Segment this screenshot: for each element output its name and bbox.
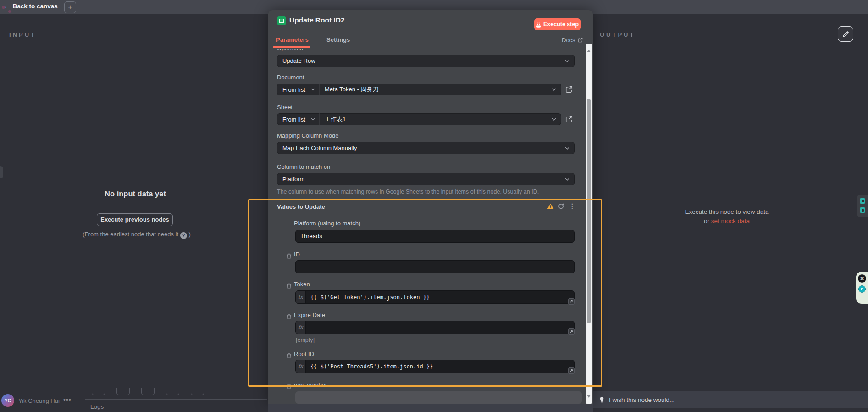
input-hint-text: (From the earliest node that needs it xyxy=(83,231,178,238)
scroll-down-button[interactable] xyxy=(586,389,592,404)
active-tab-underline xyxy=(273,46,310,48)
token-expression-input[interactable]: fx {{ $('Get Token').item.json.Token }} xyxy=(295,290,575,304)
input-hint: (From the earliest node that needs it ? … xyxy=(77,231,196,239)
sheet-value-select[interactable]: 工作表1 xyxy=(319,113,561,125)
output-message-line1: Execute this node to view data xyxy=(685,208,768,215)
clipped-operation-label: Operation xyxy=(277,49,369,51)
kebab-menu-icon[interactable]: ⋮ xyxy=(569,202,575,210)
mapping-mode-select[interactable]: Map Each Column Manually xyxy=(277,142,575,154)
expression-value[interactable]: {{ $('Get Token').item.json.Token }} xyxy=(306,291,574,303)
extension-e-icon[interactable]: e xyxy=(858,285,866,293)
trash-icon[interactable] xyxy=(287,252,292,261)
footer-divider xyxy=(85,399,267,400)
logs-label[interactable]: Logs xyxy=(90,403,104,410)
expand-expression-icon[interactable] xyxy=(568,328,575,335)
chevron-down-icon xyxy=(311,88,315,91)
dimmed-toolbar-button xyxy=(141,388,155,395)
document-value-select[interactable]: Meta Token - 周身刀 xyxy=(319,84,561,95)
docs-label: Docs xyxy=(562,37,575,44)
node-title: Update Root ID2 xyxy=(289,16,345,24)
row-number-input[interactable] xyxy=(295,391,582,404)
feedback-placeholder[interactable]: I wish this node would... xyxy=(609,396,674,403)
field-label: Token xyxy=(294,281,310,288)
field-value: Threads xyxy=(300,233,322,239)
teal-square-icon[interactable] xyxy=(860,207,865,213)
chevron-down-icon xyxy=(565,147,569,150)
warning-icon[interactable] xyxy=(547,203,554,211)
add-button[interactable]: + xyxy=(64,1,76,13)
expression-value[interactable] xyxy=(306,321,574,334)
google-sheets-icon xyxy=(277,16,286,25)
extension-tab-widget[interactable] xyxy=(857,195,868,217)
empty-note: [empty] xyxy=(296,337,315,343)
trash-icon[interactable] xyxy=(287,313,292,321)
parameters-scrollbar-thumb[interactable] xyxy=(587,99,591,323)
fx-icon: fx xyxy=(296,291,306,303)
open-sheet-icon[interactable] xyxy=(564,115,574,124)
edit-pencil-button[interactable] xyxy=(838,26,853,42)
close-icon[interactable]: ✕ xyxy=(858,274,866,283)
values-section-title: Values to Update xyxy=(277,203,325,210)
operation-value: Update Row xyxy=(282,57,315,64)
dimmed-toolbar-button xyxy=(116,388,130,395)
refresh-icon[interactable] xyxy=(558,203,564,211)
sheet-value: 工作表1 xyxy=(325,115,346,123)
trash-icon[interactable] xyxy=(287,383,292,391)
expand-expression-icon[interactable] xyxy=(568,367,575,374)
field-label: ID xyxy=(294,251,300,258)
node-detail-panel: Update Root ID2 Execute step Parameters … xyxy=(268,10,593,404)
chevron-down-icon xyxy=(552,118,556,121)
trash-icon[interactable] xyxy=(287,282,292,290)
execute-step-button[interactable]: Execute step xyxy=(534,18,581,30)
chevron-down-icon xyxy=(565,178,569,181)
platform-match-input[interactable]: Threads xyxy=(295,230,575,243)
column-match-select[interactable]: Platform xyxy=(277,173,575,185)
execute-step-label: Execute step xyxy=(543,21,579,28)
avatar[interactable]: YC xyxy=(1,394,14,407)
field-label: Root ID xyxy=(294,351,314,357)
lightbulb-icon xyxy=(599,396,604,403)
sheet-mode-select[interactable]: From list xyxy=(277,113,319,125)
scroll-up-icon[interactable] xyxy=(587,46,591,54)
document-label: Document xyxy=(277,74,304,81)
column-match-label: Column to match on xyxy=(277,163,330,170)
expand-expression-icon[interactable] xyxy=(568,298,575,305)
dimmed-logo-dot xyxy=(8,10,11,13)
left-panel-handle[interactable] xyxy=(0,166,3,178)
expire-date-expression-input[interactable]: fx xyxy=(295,321,575,334)
external-link-icon xyxy=(578,38,583,43)
docs-link[interactable]: Docs xyxy=(562,37,583,44)
chevron-down-icon xyxy=(565,60,569,62)
extension-float-widget[interactable]: ✕ e xyxy=(856,272,868,304)
feedback-bar[interactable]: I wish this node would... xyxy=(593,391,868,408)
help-icon[interactable]: ? xyxy=(180,232,187,239)
user-menu-icon[interactable]: ••• xyxy=(63,396,72,403)
output-message-or: or xyxy=(704,217,709,224)
set-mock-data-link[interactable]: set mock data xyxy=(711,217,750,224)
chevron-down-icon xyxy=(311,118,315,121)
execute-previous-nodes-button[interactable]: Execute previous nodes xyxy=(97,213,173,226)
flask-icon xyxy=(536,22,541,28)
plus-icon: + xyxy=(68,3,72,11)
expression-value[interactable]: {{ $('Post Threads5').item.json.id }} xyxy=(306,360,574,373)
trash-icon[interactable] xyxy=(287,352,292,360)
column-match-value: Platform xyxy=(282,176,304,183)
root-id-expression-input[interactable]: fx {{ $('Post Threads5').item.json.id }} xyxy=(295,360,575,373)
sheet-label: Sheet xyxy=(277,104,293,111)
open-document-icon[interactable] xyxy=(564,85,574,94)
input-hint-suffix: ) xyxy=(188,231,190,238)
dimmed-toolbar-button xyxy=(191,388,204,395)
teal-square-icon[interactable] xyxy=(860,198,865,204)
dimmed-toolbar-button xyxy=(92,388,105,395)
back-to-canvas-button[interactable]: ←Back to canvas xyxy=(4,3,58,10)
back-to-canvas-label: Back to canvas xyxy=(13,3,58,10)
no-input-data-title: No input data yet xyxy=(80,189,190,198)
dimmed-toolbar-button xyxy=(166,388,179,395)
document-mode-select[interactable]: From list xyxy=(277,84,319,95)
input-panel-label: INPUT xyxy=(9,31,36,38)
mapping-mode-label: Mapping Column Mode xyxy=(277,132,338,139)
tab-settings[interactable]: Settings xyxy=(326,36,350,43)
id-input[interactable] xyxy=(295,260,575,273)
tab-parameters[interactable]: Parameters xyxy=(276,36,309,43)
operation-select[interactable]: Update Row xyxy=(277,55,575,67)
